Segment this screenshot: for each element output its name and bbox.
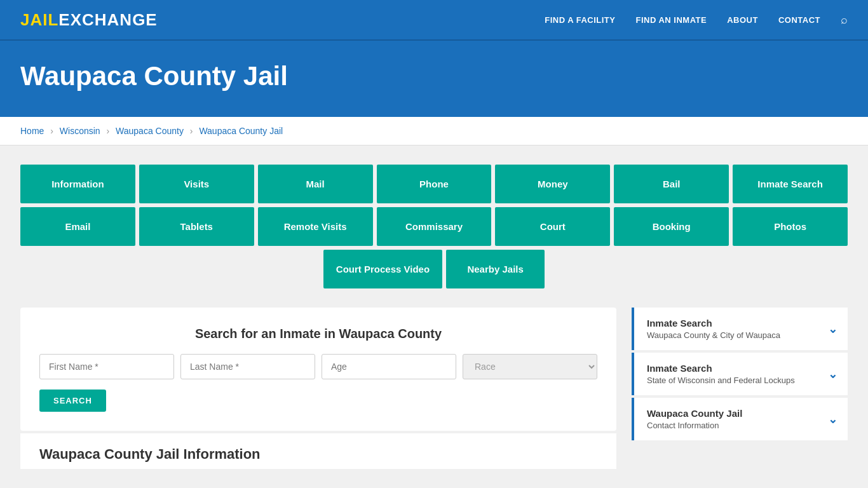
search-icon[interactable]: ⌕ [841,13,848,27]
btn-commissary[interactable]: Commissary [377,207,492,246]
nav-links: FIND A FACILITY FIND AN INMATE ABOUT CON… [545,13,848,27]
sidebar-item-0-subtitle: Waupaca County & City of Waupaca [647,330,780,340]
inmate-info-title: Waupaca County Jail Information [39,446,597,463]
nav-contact[interactable]: CONTACT [778,15,820,25]
sidebar-item-1-text: Inmate Search State of Wisconsin and Fed… [647,363,795,385]
button-row2: Email Tablets Remote Visits Commissary C… [20,207,848,246]
button-row3: Court Process Video Nearby Jails [20,250,848,288]
search-fields: Race White Black Hispanic Asian Other [39,354,597,379]
breadcrumb-home[interactable]: Home [20,126,44,136]
breadcrumb: Home › Wisconsin › Waupaca County › Waup… [0,117,868,146]
btn-email[interactable]: Email [20,207,135,246]
logo-part1: JAIL [20,10,58,29]
chevron-down-icon-0: ⌄ [828,322,837,336]
breadcrumb-sep3: › [190,126,193,136]
sidebar: Inmate Search Waupaca County & City of W… [632,308,848,443]
last-name-input[interactable] [180,354,315,379]
sidebar-item-0[interactable]: Inmate Search Waupaca County & City of W… [632,308,848,350]
nav-about[interactable]: ABOUT [727,15,758,25]
btn-photos[interactable]: Photos [733,207,848,246]
left-column: Search for an Inmate in Waupaca County R… [20,308,616,469]
sidebar-item-1[interactable]: Inmate Search State of Wisconsin and Fed… [632,353,848,395]
hero-section: Waupaca County Jail [0,41,868,117]
nav-find-inmate[interactable]: FIND AN INMATE [635,15,707,25]
sidebar-item-2[interactable]: Waupaca County Jail Contact Information … [632,398,848,440]
btn-bail[interactable]: Bail [614,165,729,203]
chevron-down-icon-2: ⌄ [828,412,837,426]
btn-inmate-search[interactable]: Inmate Search [733,165,848,203]
first-name-input[interactable] [39,354,174,379]
btn-money[interactable]: Money [495,165,610,203]
button-row1: Information Visits Mail Phone Money Bail… [20,165,848,203]
chevron-down-icon-1: ⌄ [828,367,837,381]
inmate-info-section: Waupaca County Jail Information [20,433,616,469]
logo-part2: EXCHANGE [58,10,157,29]
page-title: Waupaca County Jail [20,61,848,92]
navbar: JAILEXCHANGE FIND A FACILITY FIND AN INM… [0,0,868,41]
btn-tablets[interactable]: Tablets [139,207,254,246]
sidebar-item-2-text: Waupaca County Jail Contact Information [647,408,742,430]
search-button[interactable]: SEARCH [39,390,106,412]
btn-visits[interactable]: Visits [139,165,254,203]
btn-nearby-jails[interactable]: Nearby Jails [446,250,545,288]
sidebar-item-1-subtitle: State of Wisconsin and Federal Lockups [647,376,795,385]
bottom-section: Search for an Inmate in Waupaca County R… [20,308,848,469]
sidebar-item-0-title: Inmate Search [647,318,780,329]
btn-booking[interactable]: Booking [614,207,729,246]
btn-court[interactable]: Court [495,207,610,246]
sidebar-item-0-text: Inmate Search Waupaca County & City of W… [647,318,780,340]
sidebar-item-1-title: Inmate Search [647,363,795,374]
main-content: Information Visits Mail Phone Money Bail… [0,146,868,488]
breadcrumb-wisconsin[interactable]: Wisconsin [60,126,100,136]
age-input[interactable] [322,354,456,379]
breadcrumb-waupaca-jail[interactable]: Waupaca County Jail [199,126,283,136]
btn-court-process-video[interactable]: Court Process Video [323,250,442,288]
btn-mail[interactable]: Mail [258,165,373,203]
breadcrumb-sep2: › [107,126,110,136]
btn-remote-visits[interactable]: Remote Visits [258,207,373,246]
breadcrumb-waupaca-county[interactable]: Waupaca County [116,126,184,136]
breadcrumb-sep1: › [50,126,53,136]
logo[interactable]: JAILEXCHANGE [20,10,158,30]
search-panel: Search for an Inmate in Waupaca County R… [20,308,616,431]
sidebar-item-2-title: Waupaca County Jail [647,408,742,419]
btn-phone[interactable]: Phone [377,165,492,203]
search-title: Search for an Inmate in Waupaca County [39,327,597,341]
btn-information[interactable]: Information [20,165,135,203]
sidebar-item-2-subtitle: Contact Information [647,421,742,430]
race-select[interactable]: Race White Black Hispanic Asian Other [463,354,597,379]
nav-find-facility[interactable]: FIND A FACILITY [545,15,615,25]
